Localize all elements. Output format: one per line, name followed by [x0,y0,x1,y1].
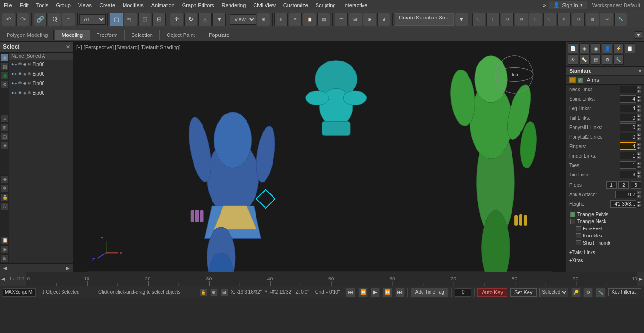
key-icon-3[interactable]: 🔧 [596,288,605,297]
key-filters-button[interactable]: Key Filters... [608,288,641,296]
tab-populate[interactable]: Populate [202,30,236,40]
link-button[interactable]: 🔗 [34,13,47,26]
rp-motion-capture-button[interactable]: ◉ [591,43,601,53]
extra-tools-11[interactable]: 🔧 [614,13,627,26]
customize-col-icon[interactable]: ⚙ [1,81,9,88]
extra-tools-8[interactable]: ⊡ [572,13,585,26]
play-button[interactable]: ▶ [371,288,380,297]
triangle-pelvis-checkbox[interactable]: ✓ [570,212,575,217]
height-down[interactable]: ▼ [636,204,641,208]
next-frame-button[interactable]: ⏭ [395,288,405,297]
ponytail2-links-up[interactable]: ▲ [636,133,641,137]
grid-status-icon[interactable]: ⊞ [221,289,228,296]
list-item[interactable]: ● ▸ 👁 ◈ ❄ Bip00 [9,60,73,69]
ankle-attach-input[interactable] [615,191,636,198]
fingers-down[interactable]: ▼ [636,146,641,150]
tab-object-paint[interactable]: Object Paint [160,30,202,40]
prop1-input[interactable] [606,181,617,189]
triangle-neck-row[interactable]: Triangle Neck [566,218,644,225]
neck-links-input[interactable] [620,86,636,93]
leg-links-input[interactable] [620,105,636,112]
fingers-input[interactable] [620,142,636,150]
create-selection-button[interactable]: Create Selection Se... [395,13,454,26]
forefeet-checkbox[interactable] [576,226,581,231]
step-back-button[interactable]: ⏪ [358,288,368,297]
wire-icon[interactable]: ⬡ [1,202,9,210]
short-thumb-checkbox[interactable] [576,240,581,245]
extra-tools-1[interactable]: ⊞ [472,13,485,26]
material-icon[interactable]: ◉ [1,245,9,253]
height-up[interactable]: ▲ [636,200,641,204]
finger-links-up[interactable]: ▲ [636,152,641,156]
ankle-attach-up[interactable]: ▲ [636,191,641,194]
eye-icon[interactable]: 👁 [1,142,9,149]
toes-input[interactable] [620,161,636,169]
window-crossing-button[interactable]: ⊟ [152,13,166,26]
rotate-button[interactable]: ↻ [184,13,197,26]
menu-edit[interactable]: Edit [16,1,33,9]
timeline-next-btn[interactable]: ▶ [637,276,644,282]
render-setup-button[interactable]: 🖥 [377,13,390,26]
layer-manager-button[interactable]: 📋 [303,13,316,26]
triangle-neck-checkbox[interactable] [570,219,575,224]
extra-tools-9[interactable]: ▤ [586,13,599,26]
toes-up[interactable]: ▲ [636,161,641,165]
section-dropdown-icon[interactable]: ▾ [639,69,641,74]
ponytail2-links-input[interactable] [620,133,636,140]
step-fwd-button[interactable]: ⏩ [383,288,392,297]
neck-links-down[interactable]: ▼ [636,89,641,93]
height-input[interactable] [610,200,636,208]
bind-space-warp-button[interactable]: ~ [62,13,75,26]
finger-links-down[interactable]: ▼ [636,156,641,159]
tail-links-input[interactable] [620,114,636,122]
unlink-button[interactable]: ⛓ [48,13,61,26]
rp-biped-button[interactable]: 🦴 [579,54,590,65]
material-editor-button[interactable]: ◉ [363,13,376,26]
key-icon-2[interactable]: ⚙ [583,288,593,297]
display-mode-icon[interactable]: ≡ [1,115,9,123]
move-button[interactable]: ✛ [170,13,183,26]
rp-track-select-button[interactable]: ▤ [591,54,601,65]
extra-tools-5[interactable]: ⊞ [529,13,542,26]
tab-modeling[interactable]: Modeling [55,30,90,40]
list-item[interactable]: ● ▸ 👁 ◈ ❄ Bip00 [9,69,73,79]
arms-checkbox[interactable]: ✓ [578,78,583,83]
frame-input[interactable] [455,288,471,297]
biped-folder[interactable]: ✓ Arms [566,76,644,85]
finger-links-input[interactable] [620,152,636,159]
modifier-icon[interactable]: ⊞ [1,254,9,262]
menu-graph-editors[interactable]: Graph Editors [178,1,218,9]
rp-extra1-button[interactable]: ⚙ [602,54,612,65]
fingers-up[interactable]: ▲ [636,142,641,146]
toe-links-input[interactable] [620,171,636,178]
extra-tools-7[interactable]: ⊠ [557,13,571,26]
ponytail1-links-up[interactable]: ▲ [636,123,641,127]
leg-links-up[interactable]: ▲ [636,105,641,108]
ribbon-button[interactable]: ▤ [317,13,330,26]
menu-customize[interactable]: Customize [280,1,312,9]
list-item[interactable]: ● ▸ 👁 ◈ ❄ Bip00 [9,88,73,97]
timeline-prev-btn[interactable]: ◀ [0,276,7,282]
tab-selection[interactable]: Selection [125,30,160,40]
maxscript-input[interactable] [3,288,36,297]
menu-civil-view[interactable]: Civil View [249,1,279,9]
region-select-button[interactable]: ⊡ [138,13,151,26]
rp-extra2-button[interactable]: 🔧 [613,54,624,65]
auto-key-button[interactable]: Auto Key [477,288,507,297]
extra-tools-6[interactable]: ⊟ [543,13,556,26]
prev-frame-button[interactable]: ⏮ [346,288,355,297]
short-thumb-row[interactable]: Short Thumb [566,239,644,246]
ponytail1-links-input[interactable] [620,123,636,131]
menu-create[interactable]: Create [96,1,119,9]
rp-display-button[interactable]: 👁 [568,54,578,65]
spine-links-input[interactable] [620,95,636,103]
scale-dropdown-button[interactable]: ▾ [212,13,226,26]
selected-dropdown[interactable]: Selected [539,288,568,297]
menu-more[interactable]: » [539,1,549,9]
lock-icon[interactable]: 🔒 [1,193,9,201]
scroll-right-button[interactable]: ▶ [64,264,71,271]
hierarchy-icon[interactable]: 🌲 [1,72,9,79]
prop2-input[interactable] [618,181,629,189]
triangle-pelvis-row[interactable]: ✓ Triangle Pelvis [566,211,644,218]
mirror-button[interactable]: ⊣⊢ [274,13,288,26]
